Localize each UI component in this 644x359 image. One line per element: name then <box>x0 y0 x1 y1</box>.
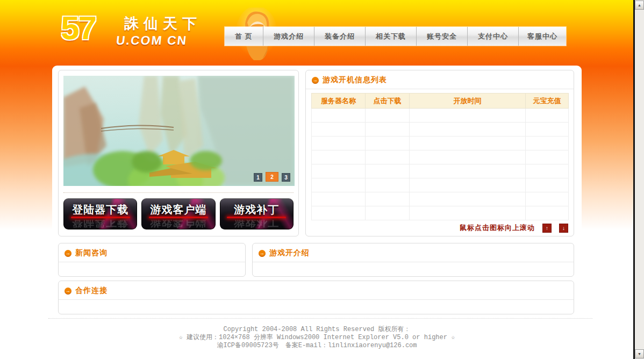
server-table-row <box>312 150 569 164</box>
server-table-cell <box>366 164 410 178</box>
nav-item-account-security[interactable]: 账号安全 <box>417 27 468 46</box>
server-table-cell <box>410 164 526 178</box>
server-table-cell <box>410 109 526 123</box>
server-table-cell <box>410 178 526 192</box>
server-table-row <box>312 109 569 123</box>
scrollbar-up-icon[interactable]: ▲ <box>635 1 644 10</box>
server-table-cell <box>312 178 366 192</box>
arrow-bullet-icon: → <box>65 288 71 295</box>
server-table-cell <box>366 178 410 192</box>
site-logo[interactable]: 57 誅仙天下 U.COM CN <box>61 8 222 57</box>
server-table-row <box>312 206 569 220</box>
icp-line: 渝ICP备09005723号 备案E-mail：linlinxiaorenyu@… <box>52 342 582 350</box>
server-table-cell <box>410 123 526 137</box>
server-info-panel: → 游戏开机信息列表 服务器名称 点击下载 开放时间 元宝充值 <box>305 70 574 236</box>
server-table-cell <box>526 164 569 178</box>
server-table-row <box>312 137 569 150</box>
server-table-cell <box>366 123 410 137</box>
server-table-row <box>312 192 569 206</box>
server-table-cell <box>410 150 526 164</box>
server-table-cell <box>410 192 526 206</box>
main-nav: 首 页 游戏介绍 装备介绍 相关下载 账号安全 支付中心 客服中心 <box>225 27 566 46</box>
server-table-row <box>312 178 569 192</box>
pager-button-1[interactable]: 1 <box>254 173 262 182</box>
col-open-time: 开放时间 <box>410 94 526 109</box>
server-table-cell <box>526 123 569 137</box>
logo-number: 57 <box>61 9 96 47</box>
launcher-download-button[interactable]: 登陆器下载 登陆器下载 <box>63 198 137 229</box>
server-table-cell <box>312 123 366 137</box>
coop-links-section-header: → 合作连接 <box>59 281 574 300</box>
divider <box>63 192 294 193</box>
game-client-button[interactable]: 游戏客户端 游戏客户端 <box>141 198 215 229</box>
server-table-cell <box>312 137 366 150</box>
nav-item-payment[interactable]: 支付中心 <box>468 27 519 46</box>
server-table-cell <box>410 137 526 150</box>
server-table-cell <box>312 150 366 164</box>
col-server-name: 服务器名称 <box>312 94 366 109</box>
download-buttons-row: 登陆器下载 登陆器下载 游戏客户端 游戏客户端 游戏补丁 游戏补丁 <box>63 198 294 229</box>
scroll-up-button[interactable]: ↑ <box>542 224 552 233</box>
server-table-row <box>312 164 569 178</box>
nav-item-equipment[interactable]: 装备介绍 <box>314 27 366 46</box>
server-table-cell <box>366 109 410 123</box>
server-table-cell <box>526 109 569 123</box>
coop-links-section: → 合作连接 <box>58 281 574 314</box>
site-header: 57 誅仙天下 U.COM CN <box>0 0 633 66</box>
server-table-row <box>312 123 569 137</box>
scroll-note-row: 鼠标点击图标向上滚动 ↑ ↓ <box>306 223 574 233</box>
browser-viewport: 57 誅仙天下 U.COM CN <box>0 0 644 359</box>
news-section: → 新闻咨询 <box>58 243 246 277</box>
news-section-title: 新闻咨询 <box>75 248 108 258</box>
col-click-download: 点击下载 <box>366 94 410 109</box>
server-table-body <box>312 109 569 220</box>
nav-item-home[interactable]: 首 页 <box>225 27 263 46</box>
nav-item-downloads[interactable]: 相关下载 <box>366 27 417 46</box>
copyright-line: Copyright 2004-2008 All Rights Reserved … <box>52 326 582 334</box>
server-table-cell <box>312 206 366 220</box>
scroll-down-button[interactable]: ↓ <box>559 224 568 233</box>
arrow-bullet-icon: → <box>312 77 319 84</box>
page: 57 誅仙天下 U.COM CN <box>0 0 633 359</box>
coop-links-section-title: 合作连接 <box>75 286 108 296</box>
recommendation-line: ☆ 建议使用：1024×768 分辨率 Windows2000 Internet… <box>52 334 582 342</box>
pager-button-3[interactable]: 3 <box>282 173 290 182</box>
server-table-cell <box>526 137 569 150</box>
promo-panel: 1 2 3 登陆器下载 登陆器下载 游戏客户端 游戏客户端 <box>58 70 299 236</box>
server-table-header: → 游戏开机信息列表 <box>306 70 574 89</box>
server-table: 服务器名称 点击下载 开放时间 元宝充值 <box>311 93 569 220</box>
game-patch-button[interactable]: 游戏补丁 游戏补丁 <box>220 198 294 229</box>
server-table-cell <box>526 192 569 206</box>
server-table-cell <box>410 206 526 220</box>
arrow-bullet-icon: → <box>259 250 266 257</box>
server-table-cell <box>366 192 410 206</box>
logo-chinese-title: 誅仙天下 <box>124 14 202 33</box>
news-section-header: → 新闻咨询 <box>59 243 245 262</box>
scroll-note-text: 鼠标点击图标向上滚动 <box>460 223 535 233</box>
footer-divider <box>48 318 592 319</box>
server-table-cell <box>526 150 569 164</box>
server-table-cell <box>366 150 410 164</box>
scrollbar-down-icon[interactable]: ▼ <box>635 349 644 358</box>
server-table-cell <box>312 109 366 123</box>
landscape-banner-image <box>63 76 295 186</box>
logo-domain: U.COM CN <box>116 33 188 48</box>
server-table-cell <box>526 206 569 220</box>
site-footer: Copyright 2004-2008 All Rights Reserved … <box>52 326 582 350</box>
server-table-cell <box>366 137 410 150</box>
nav-item-game-intro[interactable]: 游戏介绍 <box>263 27 314 46</box>
banner-slideshow: 1 2 3 <box>63 76 295 186</box>
col-yuanbao-recharge: 元宝充值 <box>526 94 569 109</box>
server-table-head-row: 服务器名称 点击下载 开放时间 元宝充值 <box>312 94 569 109</box>
slideshow-pager: 1 2 3 <box>254 172 290 182</box>
game-intro-section-title: 游戏开介绍 <box>269 248 310 258</box>
game-intro-section-header: → 游戏开介绍 <box>253 243 574 262</box>
nav-item-customer-service[interactable]: 客服中心 <box>519 27 566 46</box>
main-container: 1 2 3 登陆器下载 登陆器下载 游戏客户端 游戏客户端 <box>52 66 582 359</box>
server-table-cell <box>312 164 366 178</box>
pager-button-2-active[interactable]: 2 <box>266 172 278 182</box>
server-table-cell <box>366 206 410 220</box>
vertical-scrollbar[interactable]: ▲ ▼ <box>635 0 644 359</box>
server-table-title: 游戏开机信息列表 <box>323 75 387 85</box>
server-table-cell <box>526 178 569 192</box>
